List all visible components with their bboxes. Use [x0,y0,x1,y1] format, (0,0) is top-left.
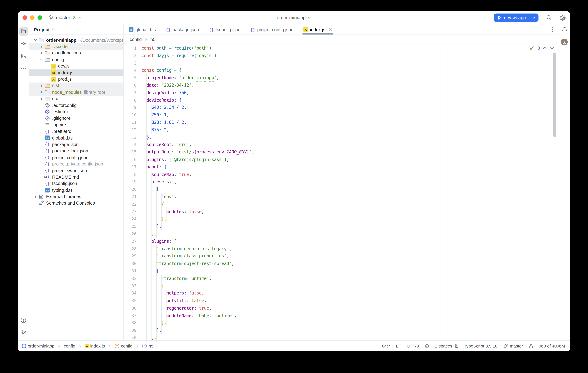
tab-tsconfig.json[interactable]: {}tsconfig.json [204,24,245,35]
folder-o-icon [44,83,50,88]
editor-area: TSglobal.d.ts{}package.json{}tsconfig.js… [124,24,558,340]
tree-item-project.swan.json[interactable]: {}project.swan.json [29,167,123,174]
breadcrumb-separator-icon [144,38,148,41]
tree-item-tsconfig.json[interactable]: {}tsconfig.json [29,180,123,187]
tab-label: index.js [310,27,325,32]
tree-item-External Libraries[interactable]: External Libraries [29,193,123,200]
tab-project.config.json[interactable]: {}project.config.json [245,24,298,35]
tree-item-.npmrc[interactable]: .npmrc [29,121,123,128]
tab-options-button[interactable] [552,24,553,35]
line-separator[interactable]: LF [396,344,401,348]
tree-item-typing.d.ts[interactable]: TStyping.d.ts [29,187,123,193]
tree-item-README.md[interactable]: MREADME.md [29,174,123,180]
plugin-badge-x[interactable]: X [561,38,568,46]
commit-tool-button[interactable] [19,39,28,48]
tree-item-dist[interactable]: dist [29,83,123,89]
git-branch-widget[interactable]: master [46,14,84,22]
tree-item-label: Scratches and Consoles [46,201,95,206]
tree-item-order-miniapp[interactable]: order-miniapp~/Documents/Workspace/ [29,37,123,43]
code-editor[interactable]: 1const path = require('path')2const dayj… [124,44,558,340]
notifications-bell[interactable] [561,27,567,33]
tree-item-src[interactable]: src [29,96,123,102]
title-bar: master order-miniapp dev:weapp [18,11,570,24]
problems-tool-button[interactable] [19,316,28,325]
settings-gear-button[interactable] [559,14,566,21]
minimize-window-button[interactable] [30,15,34,20]
tree-item-label: cloudfunctions [52,51,81,56]
tree-item-.gitignore[interactable]: .gitignore [29,115,123,121]
status-crumb-config[interactable]: vconfig [114,343,133,349]
structure-tool-button[interactable] [19,52,28,60]
chevron-expanded-icon[interactable] [38,58,44,61]
caret-position[interactable]: 84:7 [382,344,390,348]
project-folder-tool-button[interactable] [19,27,28,35]
project-panel-header[interactable]: Project [29,24,123,35]
tree-item-label: .editorconfig [52,103,77,108]
status-crumb-index.js[interactable]: JSindex.js [85,344,105,348]
tree-item-.eslintrc[interactable]: .eslintrc [29,109,123,115]
close-window-button[interactable] [22,15,27,20]
editor-scrollbar[interactable] [553,53,556,137]
status-crumb-h5[interactable]: ph5 [142,343,154,349]
next-problem-chevron-icon[interactable] [550,46,554,50]
indent-guide [166,208,167,223]
chevron-collapsed-icon[interactable] [38,97,44,100]
folder-icon [44,57,50,62]
breadcrumb-item-config[interactable]: config [130,37,142,42]
code-text: }, [140,134,151,141]
tree-item-label: src [52,96,58,101]
tree-item-Scratches and Consoles[interactable]: Scratches and Consoles [29,200,123,207]
encoding[interactable]: UTF-8 [407,344,419,348]
highlighting-level[interactable] [424,343,430,348]
chevron-expanded-icon[interactable] [32,38,38,42]
indent[interactable]: 2 spaces [435,343,458,348]
chevron-collapsed-icon[interactable] [38,52,44,55]
tree-item-package.json[interactable]: {}package.json [29,141,123,148]
chevron-collapsed-icon[interactable] [32,195,38,198]
memory-indicator[interactable]: 968 of 4096M [539,344,565,348]
git-branch[interactable]: master [503,343,523,349]
circle-p-icon: p [142,343,147,349]
ignore-icon [44,116,50,121]
indent-icon [454,343,458,348]
status-crumb-config[interactable]: config [64,344,75,348]
run-options-chevron[interactable] [529,13,539,22]
tree-item-project.config.json[interactable]: {}project.config.json [29,154,123,161]
status-label: LF [396,344,401,348]
tab-global.d.ts[interactable]: TSglobal.d.ts [124,24,161,35]
tree-item-cloudfunctions[interactable]: cloudfunctions [29,50,123,56]
tab-package.json[interactable]: {}package.json [161,24,204,35]
svg-text:JS: JS [52,78,55,81]
chevron-collapsed-icon[interactable] [38,45,44,48]
lock[interactable] [529,343,533,348]
status-crumb-order-miniapp[interactable]: order-miniapp [22,344,54,348]
git-branch-tool-button[interactable] [19,328,28,337]
breadcrumb-item-h5[interactable]: h5 [150,37,155,42]
tree-item-package-lock.json[interactable]: {}package-lock.json [29,148,123,154]
chevron-collapsed-icon[interactable] [38,84,44,88]
tree-item-index.js[interactable]: JSindex.js [29,69,123,76]
tree-item-node_modules[interactable]: node_moduleslibrary root [29,89,123,96]
run-configuration-button[interactable]: dev:weapp [494,13,538,22]
tree-item-.vscode[interactable]: .vscode [29,43,123,50]
tab-index.js[interactable]: JSindex.js [298,24,337,35]
chevron-collapsed-icon[interactable] [38,90,44,94]
tree-item-dev.js[interactable]: JSdev.js [29,63,123,69]
json-icon: {} [44,142,50,146]
search-everywhere-button[interactable] [546,15,552,21]
tree-item-.editorconfig[interactable]: .editorconfig [29,102,123,109]
tree-item-label: .prettierrc [52,129,71,134]
typescript-version[interactable]: TypeScript 3.9.10 [464,344,497,348]
previous-problem-chevron-icon[interactable] [543,46,547,50]
tree-item-.prettierrc[interactable]: {}.prettierrc [29,128,123,135]
code-text: const config = { [140,67,181,74]
tree-item-config[interactable]: config [29,56,123,63]
tree-item-project.private.config.json[interactable]: {}project.private.config.json [29,161,123,167]
tree-item-prod.js[interactable]: JSprod.js [29,76,123,82]
more-tool-button[interactable] [19,64,28,73]
zoom-window-button[interactable] [38,15,42,20]
tree-item-global.d.ts[interactable]: TSglobal.d.ts [29,135,123,141]
close-tab-icon[interactable] [328,27,332,32]
status-label: 968 of 4096M [539,344,565,348]
inspections-widget[interactable]: 3 [529,45,554,51]
